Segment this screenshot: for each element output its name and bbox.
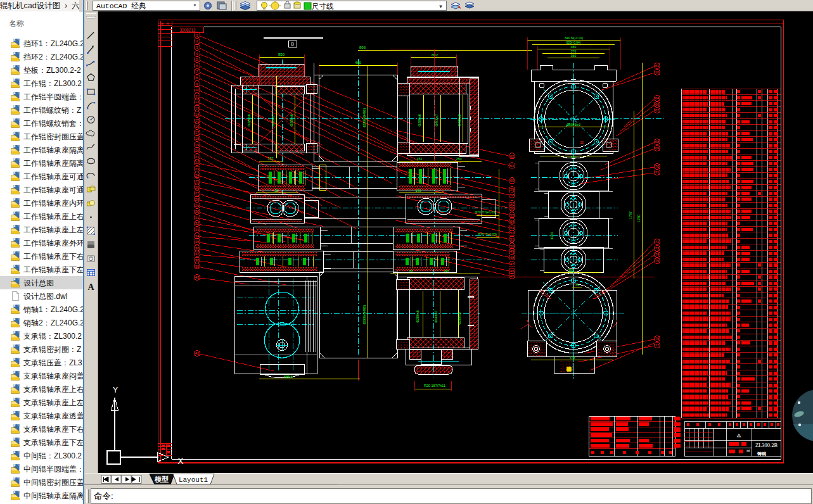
svg-text:53: 53 — [510, 226, 515, 230]
svg-text:140: 140 — [444, 269, 449, 273]
svg-text:50: 50 — [510, 244, 515, 248]
svg-text:1780: 1780 — [637, 215, 641, 222]
svg-text:7: 7 — [196, 70, 198, 73]
svg-text:23: 23 — [195, 167, 200, 171]
svg-text:480: 480 — [571, 45, 577, 49]
svg-text:Φ280s6: Φ280s6 — [247, 114, 251, 126]
svg-text:34: 34 — [195, 234, 200, 238]
svg-text:59: 59 — [510, 187, 515, 191]
svg-text:73: 73 — [655, 246, 660, 250]
svg-text:45: 45 — [510, 274, 515, 278]
svg-text:51: 51 — [510, 237, 515, 241]
svg-text:2: 2 — [196, 39, 198, 43]
svg-text:480: 480 — [355, 61, 362, 65]
svg-text:74: 74 — [655, 253, 660, 256]
svg-text:77: 77 — [655, 343, 660, 347]
svg-text:16: 16 — [195, 125, 200, 129]
svg-text:件: 件 — [166, 22, 170, 25]
svg-text:64: 64 — [655, 96, 660, 100]
svg-text:802: 802 — [432, 53, 439, 57]
svg-text:11: 11 — [195, 94, 200, 98]
svg-text:850: 850 — [278, 53, 285, 56]
svg-text:57: 57 — [510, 201, 515, 205]
svg-text:68: 68 — [655, 140, 660, 144]
svg-text:72: 72 — [655, 240, 660, 244]
svg-text:56: 56 — [510, 206, 515, 210]
svg-text:69: 69 — [655, 146, 660, 150]
svg-text:9: 9 — [196, 82, 198, 86]
svg-text:370: 370 — [571, 49, 577, 53]
svg-text:Φ480a6: Φ480a6 — [458, 114, 461, 127]
svg-text:60: 60 — [510, 179, 515, 182]
svg-text:Φ280s6: Φ280s6 — [418, 114, 421, 126]
svg-text:43: 43 — [195, 275, 200, 279]
svg-text:模型: 模型 — [154, 476, 169, 483]
svg-text:66: 66 — [655, 103, 660, 106]
svg-text:28: 28 — [274, 189, 278, 192]
svg-text:140: 140 — [416, 189, 421, 192]
svg-text:35: 35 — [195, 240, 200, 244]
svg-text:26: 26 — [195, 186, 200, 189]
svg-text:Φ280s6: Φ280s6 — [416, 310, 419, 322]
svg-text:478: 478 — [570, 356, 575, 360]
svg-text:Φ280s6: Φ280s6 — [458, 312, 461, 324]
svg-text:22: 22 — [195, 161, 200, 165]
svg-text:31: 31 — [195, 216, 200, 220]
svg-text:Φ70 f7(-0.03): Φ70 f7(-0.03) — [478, 232, 497, 236]
svg-text:67: 67 — [655, 108, 660, 112]
svg-text:Φ500(Φ490): Φ500(Φ490) — [362, 305, 366, 324]
svg-text:6: 6 — [196, 64, 198, 68]
svg-text:A: A — [87, 282, 94, 292]
svg-text:18: 18 — [195, 137, 200, 141]
svg-text:19: 19 — [195, 143, 200, 147]
svg-text:360: 360 — [568, 268, 574, 272]
svg-text:Φ380s7: Φ380s7 — [271, 114, 275, 126]
svg-text:46: 46 — [510, 269, 515, 273]
svg-text:14: 14 — [195, 113, 200, 117]
svg-text:75: 75 — [655, 259, 660, 263]
svg-text:42: 42 — [195, 351, 200, 355]
svg-text:5: 5 — [196, 58, 198, 61]
svg-text:585.6: 585.6 — [284, 375, 293, 379]
svg-text:4: 4 — [196, 52, 198, 56]
svg-text:Layout1: Layout1 — [179, 476, 208, 484]
svg-text:71: 71 — [655, 170, 660, 174]
svg-text:49: 49 — [510, 249, 515, 253]
svg-text:Φ70 H7(+0.03): Φ70 H7(+0.03) — [475, 210, 496, 214]
svg-text:13: 13 — [195, 106, 200, 110]
svg-text:32: 32 — [195, 222, 200, 225]
svg-text:80: 80 — [409, 269, 413, 273]
svg-text:38: 38 — [195, 258, 200, 262]
svg-text:640 f9(-0.10): 640 f9(-0.10) — [565, 36, 583, 40]
svg-text:27: 27 — [195, 191, 200, 195]
svg-text:360: 360 — [571, 54, 577, 58]
svg-text:620(-0.04): 620(-0.04) — [566, 41, 580, 44]
svg-text:48: 48 — [510, 256, 515, 260]
svg-text:63: 63 — [655, 64, 660, 68]
svg-text:37: 37 — [195, 252, 200, 256]
svg-text:151: 151 — [416, 157, 422, 161]
svg-text:25: 25 — [195, 179, 200, 183]
svg-text:1: 1 — [196, 34, 198, 37]
svg-text:Φ340: Φ340 — [550, 232, 554, 240]
svg-text:8: 8 — [196, 76, 198, 80]
svg-text:Φ598Φe9: Φ598Φe9 — [567, 123, 580, 127]
svg-text:Y: Y — [113, 385, 118, 394]
svg-text:Φ500(Φ490): Φ500(Φ490) — [362, 108, 366, 127]
svg-text:20: 20 — [195, 149, 200, 153]
svg-text:250: 250 — [456, 157, 461, 161]
svg-text:55: 55 — [510, 213, 515, 217]
svg-text:30: 30 — [195, 210, 200, 213]
svg-text:17: 17 — [195, 130, 200, 134]
svg-text:28: 28 — [195, 198, 200, 201]
svg-text:10: 10 — [655, 70, 660, 74]
svg-text:15: 15 — [195, 118, 200, 122]
svg-text:54: 54 — [510, 220, 515, 224]
svg-text:61: 61 — [510, 164, 515, 168]
svg-text:58: 58 — [510, 193, 515, 197]
svg-text:b6: b6 — [746, 449, 750, 453]
svg-text:36: 36 — [195, 246, 200, 250]
svg-text:24: 24 — [195, 173, 200, 177]
svg-text:B: B — [291, 42, 294, 46]
svg-text:3208Z12: 3208Z12 — [180, 28, 196, 32]
